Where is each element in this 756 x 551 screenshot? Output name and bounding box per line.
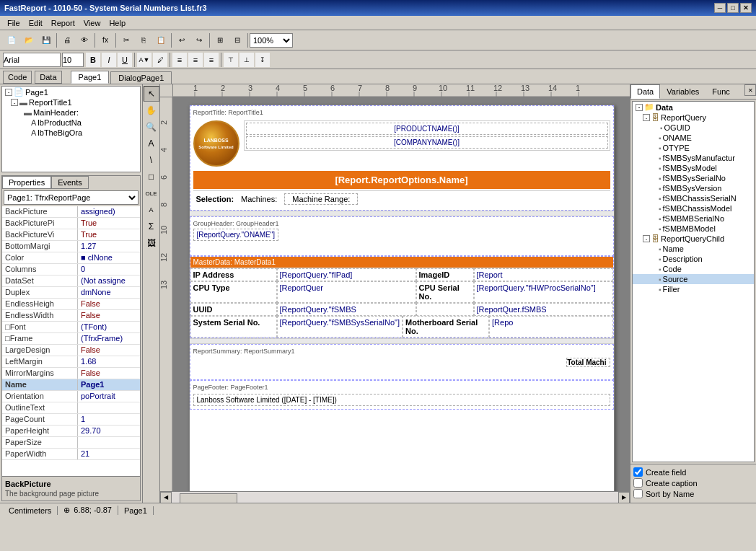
data-tree[interactable]: - 📁 Data - 🗄 ReportQuery ▪ OGUID ▪ ONAME	[632, 101, 755, 462]
right-tab-data[interactable]: Data	[630, 84, 660, 99]
font-name-input[interactable]	[3, 53, 61, 67]
menu-help[interactable]: Help	[105, 17, 130, 29]
align-top-button[interactable]: ⊤	[224, 53, 238, 67]
create-caption-checkbox[interactable]	[633, 478, 643, 488]
prop-bottommargin[interactable]: BottomMargi1.27	[2, 241, 140, 252]
menu-edit[interactable]: Edit	[25, 17, 47, 29]
sort-by-name-checkbox[interactable]	[633, 489, 643, 498]
expand-reportquerychild[interactable]: -	[643, 235, 650, 242]
formula-button[interactable]: fx	[97, 32, 113, 48]
sum-tool[interactable]: Σ	[144, 219, 159, 234]
prop-frame[interactable]: □Frame(TfrxFrame)	[2, 333, 140, 345]
bold-button[interactable]: B	[86, 53, 100, 67]
prop-mirrormargins[interactable]: MirrorMarginsFalse	[2, 368, 140, 379]
prop-backpicturevi[interactable]: BackPictureViTrue	[2, 229, 140, 241]
underline-button[interactable]: U	[118, 53, 132, 67]
right-tab-func[interactable]: Func	[706, 84, 736, 99]
maximize-button[interactable]: □	[727, 3, 739, 13]
prop-largedesign[interactable]: LargeDesignFalse	[2, 345, 140, 356]
expand-reporttitle[interactable]: -	[11, 99, 18, 106]
line-tool[interactable]: \	[144, 152, 159, 168]
align-left-button[interactable]: ≡	[172, 53, 187, 67]
tree-item-reporttitle[interactable]: - ▬ ReportTitle1	[2, 97, 140, 107]
data-description-field[interactable]: ▪ Description	[633, 254, 754, 264]
rect-tool[interactable]: □	[144, 169, 159, 185]
prop-pagecount[interactable]: PageCount1	[2, 414, 140, 426]
data-reportquerychild[interactable]: - 🗄 ReportQueryChild	[633, 234, 754, 244]
data-fsmbmbserialno[interactable]: ▪ fSMBMBSerialNo	[633, 213, 754, 224]
grid2-button[interactable]: ⊟	[229, 32, 245, 48]
data-filler-field[interactable]: ▪ Filler	[633, 284, 754, 294]
data-root[interactable]: - 📁 Data	[633, 102, 754, 113]
data-fsmbmbmodel[interactable]: ▪ fSMBMBModel	[633, 224, 754, 234]
close-button[interactable]: ✕	[740, 3, 752, 13]
menu-file[interactable]: File	[3, 17, 25, 29]
data-fsmbsysversion[interactable]: ▪ fSMBSysVersion	[633, 183, 754, 193]
create-field-label[interactable]: Create field	[646, 468, 686, 477]
data-otype[interactable]: ▪ OTYPE	[633, 143, 754, 153]
zoom-tool[interactable]: 🔍	[144, 119, 159, 135]
right-tab-variables[interactable]: Variables	[660, 84, 706, 99]
canvas-area[interactable]: ReportTitle: ReportTitle1 LANBOSSSoftwar…	[173, 97, 630, 491]
tab-dialogpage1[interactable]: DialogPage1	[110, 71, 172, 84]
prop-dataset[interactable]: DataSet(Not assigne	[2, 276, 140, 287]
align-middle-button[interactable]: ⊥	[239, 53, 254, 67]
tree-item-page1[interactable]: - 📄 Page1	[2, 87, 140, 97]
tree-item-lbproductna[interactable]: A lbProductNa	[2, 118, 140, 128]
prop-paperheight[interactable]: PaperHeight29.70	[2, 426, 140, 437]
props-selector[interactable]: Page1: TfrxReportPage	[4, 190, 139, 205]
align-bottom-button[interactable]: ↧	[255, 53, 270, 67]
scroll-left-button[interactable]: ◀	[160, 492, 172, 503]
props-tab-properties[interactable]: Properties	[2, 176, 51, 189]
text-tool[interactable]: A	[144, 136, 159, 151]
create-caption-label[interactable]: Create caption	[646, 479, 698, 488]
prop-backpicturepic[interactable]: BackPicturePiTrue	[2, 218, 140, 229]
highlight-button[interactable]: 🖊	[153, 53, 167, 67]
prop-orientation[interactable]: OrientationpoPortrait	[2, 391, 140, 402]
prop-paperwidth[interactable]: PaperWidth21	[2, 449, 140, 460]
prop-columns[interactable]: Columns0	[2, 264, 140, 276]
new-button[interactable]: 📄	[4, 32, 19, 48]
data-fsmbsysmodel[interactable]: ▪ fSMBSysModel	[633, 163, 754, 173]
data-oguid[interactable]: ▪ OGUID	[633, 123, 754, 133]
print-button[interactable]: 🖨	[59, 32, 75, 48]
italic-button[interactable]: I	[102, 53, 116, 67]
select-tool[interactable]: ↖	[144, 86, 159, 102]
prop-papersize[interactable]: PaperSize	[2, 437, 140, 449]
prop-font[interactable]: □Font(TFont)	[2, 322, 140, 333]
label-tool[interactable]: A	[144, 202, 159, 218]
data-source-field[interactable]: ▪ Source	[633, 274, 754, 284]
scroll-right-button[interactable]: ▶	[618, 492, 630, 503]
tab-code[interactable]: Code	[3, 71, 32, 84]
align-right-button[interactable]: ≡	[204, 53, 219, 67]
tree-item-lbthebigora[interactable]: A lbTheBigOra	[2, 128, 140, 138]
menu-report[interactable]: Report	[47, 17, 79, 29]
props-tab-events[interactable]: Events	[51, 176, 89, 189]
menu-view[interactable]: View	[79, 17, 105, 29]
font-size-input[interactable]	[62, 53, 84, 67]
expand-data-root[interactable]: -	[636, 104, 643, 111]
prop-color[interactable]: Color■ clNone	[2, 252, 140, 264]
hand-tool[interactable]: ✋	[144, 102, 159, 118]
prop-endlessheight[interactable]: EndlessHeighFalse	[2, 299, 140, 310]
copy-button[interactable]: ⎘	[136, 32, 151, 48]
prop-outlinetext[interactable]: OutlineText	[2, 402, 140, 414]
ole-tool[interactable]: OLE	[144, 185, 159, 201]
object-tree[interactable]: - 📄 Page1 - ▬ ReportTitle1 ▬ MainHeader:…	[1, 86, 141, 172]
prop-backpicture[interactable]: BackPictureassigned)	[2, 206, 140, 218]
undo-button[interactable]: ↩	[174, 32, 190, 48]
tab-page1[interactable]: Page1	[71, 71, 110, 84]
image-tool[interactable]: 🖼	[144, 235, 159, 251]
redo-button[interactable]: ↪	[191, 32, 207, 48]
data-code-field[interactable]: ▪ Code	[633, 264, 754, 274]
create-field-checkbox[interactable]	[633, 467, 643, 477]
tree-item-mainheader[interactable]: ▬ MainHeader:	[2, 107, 140, 118]
cut-button[interactable]: ✂	[118, 32, 134, 48]
data-fsmbsysmanuf[interactable]: ▪ fSMBSysManufactur	[633, 153, 754, 163]
grid-button[interactable]: ⊞	[212, 32, 228, 48]
data-fsmbchassismodel[interactable]: ▪ fSMBChassisModel	[633, 203, 754, 213]
data-oname[interactable]: ▪ ONAME	[633, 133, 754, 143]
zoom-select[interactable]: 100%75%150%	[250, 33, 293, 48]
minimize-button[interactable]: ─	[714, 3, 726, 13]
align-center-button[interactable]: ≡	[188, 53, 203, 67]
